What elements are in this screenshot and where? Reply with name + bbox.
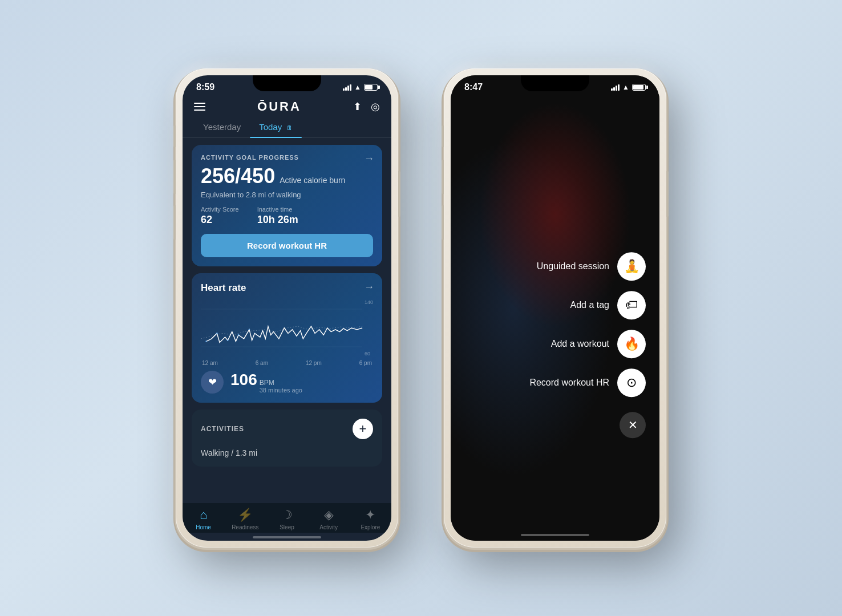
activity-item: Walking / 1.3 mi (201, 445, 373, 457)
explore-icon: ✦ (365, 508, 375, 522)
header-icons: ⬆ ◎ (353, 100, 380, 113)
left-screen: 8:59 ▲ ŌURA (183, 75, 391, 541)
unguided-label: Unguided session (537, 261, 609, 271)
notch (253, 75, 321, 91)
right-wifi-icon: ▲ (622, 83, 629, 91)
unguided-icon: 🧘 (617, 252, 646, 281)
power-button[interactable] (398, 171, 400, 217)
card-arrow-icon: → (364, 153, 374, 165)
sleep-icon: ☽ (281, 508, 293, 522)
tab-yesterday[interactable]: Yesterday (194, 119, 250, 137)
calorie-subtitle: Equivalent to 2.8 mi of walking (201, 191, 373, 199)
nav-sleep[interactable]: ☽ Sleep (270, 508, 304, 530)
volume-up-button[interactable] (173, 160, 176, 194)
heart-card-title: Heart rate (201, 282, 373, 294)
nav-explore[interactable]: ✦ Explore (353, 508, 387, 530)
right-signal-icon (611, 84, 620, 91)
add-activity-button[interactable]: + (353, 419, 373, 439)
main-content: → ACTIVITY GOAL PROGRESS 256/450 Active … (183, 138, 391, 503)
home-indicator-right (521, 534, 589, 536)
nav-home[interactable]: ⌂ Home (187, 508, 221, 530)
nav-explore-label: Explore (361, 524, 380, 530)
right-volume-up-button[interactable] (442, 160, 444, 194)
activities-card[interactable]: ACTIVITIES + Walking / 1.3 mi (192, 410, 382, 467)
menu-add-workout[interactable]: Add a workout 🔥 (551, 330, 646, 358)
menu-add-tag[interactable]: Add a tag 🏷 (570, 291, 646, 319)
add-workout-icon: 🔥 (617, 330, 646, 358)
wifi-icon: ▲ (354, 83, 361, 91)
nav-sleep-label: Sleep (280, 524, 294, 530)
heart-card-arrow: → (364, 281, 374, 293)
right-silent-button[interactable] (442, 125, 444, 147)
silent-button[interactable] (173, 125, 176, 147)
record-workout-btn[interactable]: Record workout HR (201, 234, 373, 257)
record-hr-icon: ⊙ (617, 368, 646, 397)
heart-bpm-row: 106 BPM 38 minutes ago (230, 371, 302, 394)
calorie-display: 256/450 Active calorie burn (201, 164, 373, 188)
tabs-bar: Yesterday Today 🗓 (183, 119, 391, 138)
menu-unguided-session[interactable]: Unguided session 🧘 (537, 252, 646, 281)
tab-today[interactable]: Today 🗓 (250, 119, 302, 137)
nav-readiness-label: Readiness (232, 524, 258, 530)
menu-button[interactable] (194, 103, 205, 111)
share-icon[interactable]: ⬆ (353, 100, 362, 113)
activity-score-value: 62 (201, 214, 239, 226)
time-right: 8:47 (464, 82, 483, 92)
left-phone: 8:59 ▲ ŌURA (176, 68, 398, 548)
heart-icon: ❤ (201, 371, 224, 394)
status-icons-left: ▲ (343, 83, 378, 91)
svg-point-5 (238, 334, 240, 336)
bpm-unit: BPM (260, 379, 302, 387)
calorie-label: Active calorie burn (280, 176, 345, 185)
right-power-button[interactable] (666, 171, 669, 217)
heart-rate-card[interactable]: → Heart rate 140 60 (192, 273, 382, 403)
battery-icon (364, 84, 378, 91)
target-icon[interactable]: ◎ (371, 100, 380, 113)
activity-goal-card[interactable]: → ACTIVITY GOAL PROGRESS 256/450 Active … (192, 145, 382, 266)
nav-readiness[interactable]: ⚡ Readiness (228, 508, 262, 530)
calorie-numbers: 256/450 (201, 164, 275, 188)
svg-point-2 (205, 341, 207, 342)
right-phone: 8:47 ▲ (444, 68, 666, 548)
add-workout-label: Add a workout (551, 339, 609, 349)
activity-card-title: ACTIVITY GOAL PROGRESS (201, 154, 373, 161)
home-icon: ⌂ (200, 508, 207, 522)
home-indicator-left (253, 536, 321, 538)
activity-score-stat: Activity Score 62 (201, 206, 239, 226)
phones-container: 8:59 ▲ ŌURA (176, 68, 666, 548)
heart-rate-svg (201, 299, 373, 356)
add-tag-label: Add a tag (570, 300, 610, 310)
close-icon: ✕ (628, 418, 638, 432)
bpm-display: 106 BPM 38 minutes ago (230, 371, 302, 394)
signal-icon (343, 84, 351, 91)
app-header: ŌURA ⬆ ◎ (183, 95, 391, 119)
svg-point-4 (227, 339, 229, 341)
context-menu: Unguided session 🧘 Add a tag 🏷 Add a wor… (529, 252, 646, 438)
nav-activity[interactable]: ◈ Activity (311, 508, 346, 530)
left-app: 8:59 ▲ ŌURA (183, 75, 391, 541)
app-logo: ŌURA (257, 99, 301, 114)
add-tag-icon: 🏷 (617, 291, 646, 319)
nav-activity-label: Activity (319, 524, 338, 530)
right-notch (521, 75, 589, 91)
activities-title: ACTIVITIES (201, 425, 244, 433)
activity-score-label: Activity Score (201, 206, 239, 213)
record-hr-label: Record workout HR (529, 378, 609, 388)
inactive-time-value: 10h 26m (257, 214, 298, 226)
menu-record-hr[interactable]: Record workout HR ⊙ (529, 368, 646, 397)
activities-header: ACTIVITIES + (201, 419, 373, 439)
time-left: 8:59 (196, 82, 214, 92)
close-menu-button[interactable]: ✕ (620, 412, 646, 438)
right-screen: 8:47 ▲ (451, 75, 659, 541)
bpm-number: 106 (230, 371, 257, 389)
heart-current-display: ❤ 106 BPM 38 minutes ago (201, 371, 373, 394)
bpm-time: 38 minutes ago (260, 387, 302, 394)
right-battery-icon (632, 84, 646, 91)
readiness-icon: ⚡ (237, 508, 253, 522)
inactive-time-stat: Inactive time 10h 26m (257, 206, 298, 226)
bpm-unit-block: BPM 38 minutes ago (260, 379, 302, 394)
right-volume-down-button[interactable] (442, 205, 444, 240)
nav-home-label: Home (196, 524, 211, 530)
volume-down-button[interactable] (173, 205, 176, 240)
inactive-time-label: Inactive time (257, 206, 298, 213)
